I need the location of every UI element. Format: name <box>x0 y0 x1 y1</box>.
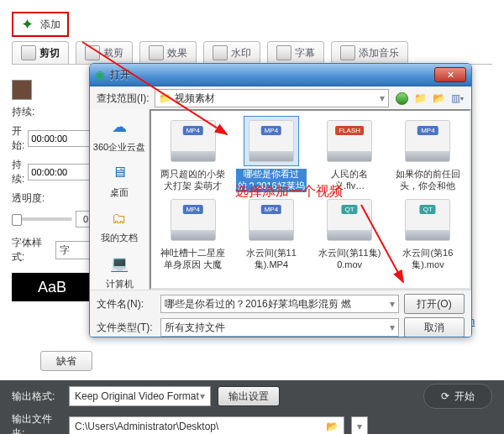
file-list[interactable]: MP4两只超凶的小柴犬打架 卖萌才是你…MP4哪些是你看过的？2016好莱坞电影… <box>150 109 471 290</box>
filetype-combo[interactable]: 所有支持文件▾ <box>160 318 399 337</box>
flash-badge-icon: FLASH <box>335 126 364 135</box>
file-item[interactable]: QT水云间(第11集) 0.mov <box>312 195 388 272</box>
tab-subtitle[interactable]: 字幕 <box>267 41 324 64</box>
output-folder-label: 输出文件夹: <box>12 412 62 434</box>
refresh-icon: ⟳ <box>441 390 449 402</box>
sidebar-item-computer[interactable]: 💻计算机 <box>106 253 134 290</box>
scissors-icon <box>21 45 36 60</box>
tab-label: 剪切 <box>39 46 60 60</box>
folder-icon: 📁 <box>159 92 171 104</box>
opacity-slider[interactable] <box>12 217 72 221</box>
duration-label: 持续: <box>12 105 45 119</box>
nav-up-button[interactable]: 📁 <box>412 91 428 106</box>
open-button[interactable]: 打开(O) <box>404 294 465 314</box>
file-thumb: MP4 <box>165 116 221 166</box>
tab-effect[interactable]: 效果 <box>139 41 197 64</box>
tab-label: 水印 <box>231 46 251 60</box>
tab-cut[interactable]: 剪切 <box>12 41 69 64</box>
left-panel: 持续: 开始: 持续: 透明度: 0 字体样式: 字 AaB <box>12 80 96 301</box>
qt-badge-icon: QT <box>420 205 436 214</box>
bottom-bar: 输出格式: Keep Original Video Format▾ 输出设置 ⟳… <box>0 380 504 434</box>
nav-view-button[interactable]: ▥▾ <box>449 91 465 106</box>
sidebar-item-cloud[interactable]: ☁360企业云盘 <box>93 116 145 153</box>
file-item[interactable]: FLASH人民的名义.flv… <box>312 116 388 193</box>
chevron-down-icon: ▾ <box>357 421 362 432</box>
mp4-badge-icon: MP4 <box>182 205 202 214</box>
tab-label: 效果 <box>167 46 187 60</box>
file-name: 哪些是你看过的？2016好莱坞电影混剪 b...g …要……ox.mp4 <box>236 169 307 192</box>
tab-add-music[interactable]: 添加音乐 <box>331 41 408 64</box>
file-thumb: MP4 <box>244 116 299 166</box>
tab-crop[interactable]: 裁剪 <box>76 41 133 64</box>
file-thumb: MP4 <box>165 195 221 245</box>
mp4-badge-icon: MP4 <box>417 126 438 135</box>
nav-new-button[interactable]: 📂 <box>431 91 446 106</box>
sidebar-item-desktop[interactable]: 🖥桌面 <box>106 161 133 198</box>
add-button[interactable]: ✦ 添加 <box>12 12 69 37</box>
tab-label: 裁剪 <box>103 46 123 60</box>
lookup-range-combo[interactable]: 📁 视频素材 ▾ <box>155 89 389 107</box>
file-thumb: MP4 <box>400 116 455 166</box>
font-preview: AaB <box>12 273 92 301</box>
output-format-combo[interactable]: Keep Original Video Format▾ <box>69 386 211 406</box>
file-item[interactable]: MP4如果你的前任回头，你会和他复… <box>390 116 466 193</box>
file-thumb: MP4 <box>244 195 299 245</box>
file-name: 神吐槽十二星座单身原因 大魔性 <box>158 248 228 271</box>
dialog-titlebar[interactable]: ◉ 打开 ✕ <box>90 64 471 86</box>
close-icon: ✕ <box>447 70 454 81</box>
music-icon <box>340 45 355 60</box>
subtitle-icon <box>276 45 291 60</box>
file-name: 人民的名义.flv… <box>314 169 385 192</box>
nav-back-button[interactable] <box>394 91 409 106</box>
qt-badge-icon: QT <box>342 205 358 214</box>
new-folder-icon: 📂 <box>433 92 445 104</box>
tab-label: 添加音乐 <box>359 46 399 60</box>
desktop-icon: 🖥 <box>106 161 133 185</box>
file-item[interactable]: QT水云间(第16集).mov <box>390 195 466 272</box>
crop-icon <box>85 45 100 60</box>
start-button[interactable]: ⟳开始 <box>423 384 492 409</box>
filename-combo[interactable]: 哪些是你看过的？2016好莱坞电影混剪 燃▾ <box>160 295 399 313</box>
effects-icon <box>149 45 164 60</box>
preview-swatch <box>12 80 32 100</box>
filename-label: 文件名(N): <box>97 297 155 311</box>
output-folder-field[interactable]: C:\Users\Administrator\Desktop\📂 <box>69 416 344 434</box>
folder-options-button[interactable]: ▾ <box>351 416 368 434</box>
lookup-range-row: 查找范围(I): 📁 视频素材 ▾ 📁 📂 ▥▾ <box>90 86 471 111</box>
sidebar-item-documents[interactable]: 🗂我的文档 <box>101 207 138 243</box>
folder-icon: 📂 <box>326 421 339 432</box>
dialog-icon: ◉ <box>95 68 105 81</box>
tab-watermark[interactable]: 水印 <box>203 41 260 64</box>
folder-up-icon: 📁 <box>414 92 427 104</box>
filetype-label: 文件类型(T): <box>97 321 155 335</box>
start-label: 开始: <box>12 124 24 153</box>
add-button-label: 添加 <box>40 18 60 32</box>
mp4-badge-icon: MP4 <box>261 205 281 214</box>
lookup-range-label: 查找范围(I): <box>97 92 150 106</box>
output-settings-button[interactable]: 输出设置 <box>218 386 280 406</box>
file-item[interactable]: MP4哪些是你看过的？2016好莱坞电影混剪 b...g …要……ox.mp4 <box>233 116 309 193</box>
file-thumb: FLASH <box>322 116 377 166</box>
output-format-label: 输出格式: <box>12 390 62 404</box>
chevron-down-icon: ▾ <box>200 390 205 402</box>
file-item[interactable]: MP4神吐槽十二星座单身原因 大魔性 <box>155 195 231 272</box>
file-thumb: QT <box>322 195 377 245</box>
chevron-down-icon: ▾ <box>380 92 385 104</box>
file-name: 水云间(第11集) 0.mov <box>314 248 385 271</box>
cancel-button[interactable]: 取消 <box>404 317 465 337</box>
open-file-dialog: ◉ 打开 ✕ 查找范围(I): 📁 视频素材 ▾ 📁 📂 ▥▾ ☁360企业云盘… <box>89 63 472 337</box>
mp4-badge-icon: MP4 <box>182 126 202 135</box>
file-name: 两只超凶的小柴犬打架 卖萌才是你… <box>158 169 228 192</box>
chevron-down-icon: ▾ <box>390 298 395 310</box>
default-button[interactable]: 缺省 <box>40 351 92 371</box>
file-item[interactable]: MP4水云间(第11集).MP4 <box>233 195 309 272</box>
file-name: 如果你的前任回头，你会和他复… <box>392 169 463 192</box>
nav-toolbar: 📁 📂 ▥▾ <box>394 91 465 106</box>
file-item[interactable]: MP4两只超凶的小柴犬打架 卖萌才是你… <box>155 116 231 193</box>
dialog-title: 打开 <box>110 68 429 82</box>
computer-icon: 💻 <box>106 253 133 276</box>
opacity-label: 透明度: <box>12 191 45 206</box>
drop-icon <box>213 45 228 60</box>
chevron-down-icon: ▾ <box>460 95 464 102</box>
close-button[interactable]: ✕ <box>434 67 466 82</box>
